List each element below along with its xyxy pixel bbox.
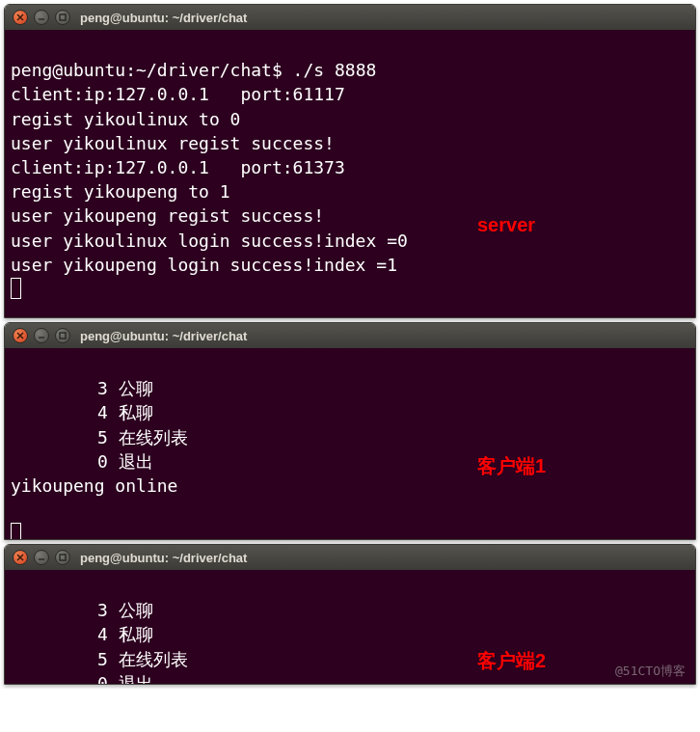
output-line: client:ip:127.0.0.1 port:61117: [11, 84, 345, 104]
terminal-body[interactable]: peng@ubuntu:~/driver/chat$ ./s 8888 clie…: [5, 30, 695, 317]
terminal-window-client1: peng@ubuntu: ~/driver/chat 3 公聊 4 私聊 5 在…: [4, 322, 696, 540]
minimize-icon[interactable]: [34, 328, 49, 343]
output-line: regist yikoupeng to 1: [11, 181, 230, 202]
maximize-icon[interactable]: [55, 328, 70, 343]
menu-item: 5 在线列表: [11, 427, 188, 447]
output-line: user yikoulinux regist success!: [11, 133, 335, 153]
maximize-icon[interactable]: [55, 10, 70, 25]
terminal-body[interactable]: 3 公聊 4 私聊 5 在线列表 0 退出 客户端2 @51CTO博客: [5, 570, 695, 684]
titlebar[interactable]: peng@ubuntu: ~/driver/chat: [5, 323, 695, 348]
menu-item: 5 在线列表: [11, 649, 188, 669]
menu-item: 3 公聊: [11, 378, 153, 398]
watermark: @51CTO博客: [615, 663, 686, 680]
svg-rect-1: [60, 333, 66, 339]
menu-item: 4 私聊: [11, 402, 153, 422]
output-line: user yikoulinux login success!index =0: [11, 230, 408, 251]
output-line: regist yikoulinux to 0: [11, 109, 240, 129]
prompt: peng@ubuntu:~/driver/chat$: [11, 60, 293, 80]
menu-item: 0 退出: [11, 451, 153, 472]
menu-item: 0 退出: [11, 673, 153, 685]
titlebar[interactable]: peng@ubuntu: ~/driver/chat: [5, 545, 695, 570]
maximize-icon[interactable]: [55, 550, 70, 565]
svg-rect-2: [60, 555, 66, 560]
svg-rect-0: [60, 14, 66, 20]
terminal-window-server: peng@ubuntu: ~/driver/chat peng@ubuntu:~…: [4, 4, 696, 318]
annotation-label: server: [477, 211, 535, 238]
output-line: user yikoupeng login success!index =1: [11, 255, 397, 275]
minimize-icon[interactable]: [34, 550, 49, 565]
close-icon[interactable]: [13, 328, 28, 343]
annotation-label: 客户端2: [477, 647, 546, 674]
annotation-label: 客户端1: [477, 452, 546, 479]
output-line: yikoupeng online: [11, 475, 177, 496]
window-title: peng@ubuntu: ~/driver/chat: [80, 551, 247, 565]
terminal-body[interactable]: 3 公聊 4 私聊 5 在线列表 0 退出 yikoupeng online 客…: [5, 348, 695, 539]
menu-item: 3 公聊: [11, 600, 153, 620]
cursor-icon: [11, 278, 21, 299]
minimize-icon[interactable]: [34, 10, 49, 25]
command: ./s 8888: [293, 60, 377, 80]
window-title: peng@ubuntu: ~/driver/chat: [80, 11, 247, 25]
output-line: client:ip:127.0.0.1 port:61373: [11, 157, 345, 177]
cursor-icon: [11, 523, 21, 540]
close-icon[interactable]: [13, 10, 28, 25]
terminal-window-client2: peng@ubuntu: ~/driver/chat 3 公聊 4 私聊 5 在…: [4, 544, 696, 685]
menu-item: 4 私聊: [11, 624, 153, 644]
output-line: user yikoupeng regist success!: [11, 205, 324, 226]
titlebar[interactable]: peng@ubuntu: ~/driver/chat: [5, 5, 695, 30]
window-title: peng@ubuntu: ~/driver/chat: [80, 329, 247, 343]
close-icon[interactable]: [13, 550, 28, 565]
